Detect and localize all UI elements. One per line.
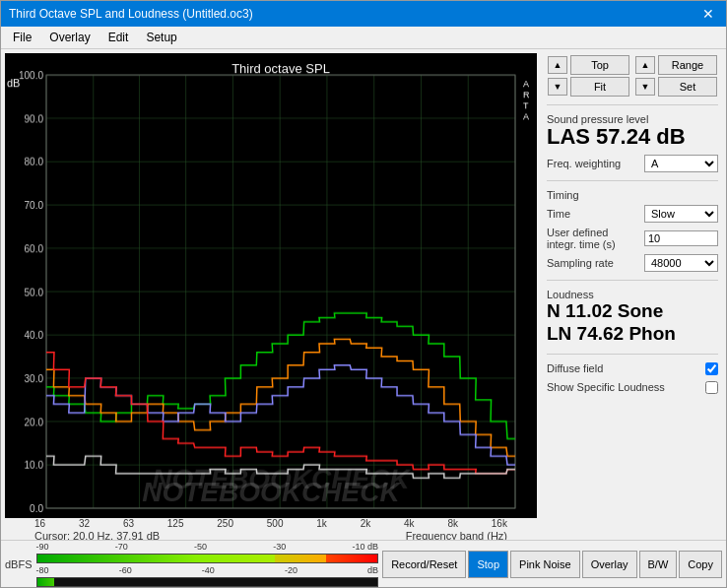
meter-green — [37, 555, 276, 562]
loudness-label: Loudness — [547, 289, 718, 300]
top-up-btn[interactable]: ▲ — [548, 56, 567, 74]
integr-label: User defined integr. time (s) — [547, 227, 640, 250]
loudness-section: Loudness N 11.02 Sone LN 74.62 Phon — [547, 289, 718, 346]
cursor-value: Cursor: 20.0 Hz, 37.91 dB — [34, 530, 160, 540]
freq-band-label: Frequency band (Hz) — [406, 530, 507, 540]
integr-input[interactable]: 10 — [644, 230, 718, 246]
right-panel: ▲ Top ▼ Fit ▲ Range ▼ Set — [539, 49, 726, 540]
btick-60: -60 — [119, 565, 132, 575]
set-row: ▼ Set — [635, 77, 717, 97]
timing-label: Timing — [547, 189, 718, 201]
range-up-btn[interactable]: ▲ — [635, 56, 655, 74]
time-label: Time — [547, 208, 640, 220]
time-row: Time Slow Fast Impulse — [547, 205, 718, 223]
divider-2 — [547, 180, 718, 181]
meter-bottom-bar — [36, 577, 379, 587]
x-tick-250: 250 — [217, 518, 233, 529]
level-meter: -90 -70 -50 -30 -10 dB -80 — [36, 542, 379, 587]
range-btn[interactable]: Range — [658, 55, 717, 75]
x-tick-500: 500 — [267, 518, 284, 529]
top-btn[interactable]: Top — [570, 55, 629, 75]
meter-yellow — [275, 555, 326, 562]
top-range-controls: ▲ Top ▼ Fit ▲ Range ▼ Set — [547, 55, 718, 97]
x-axis-labels: 16 32 63 125 250 500 1k 2k 4k 8k 16k — [5, 518, 537, 529]
timing-section: Timing Time Slow Fast Impulse User defin… — [547, 189, 718, 272]
stop-btn[interactable]: Stop — [468, 551, 508, 578]
range-ctrl-group: ▲ Range ▼ Set — [634, 55, 718, 97]
menu-file[interactable]: File — [5, 29, 39, 46]
copy-btn[interactable]: Copy — [679, 551, 722, 578]
bottom-bar: dBFS -90 -70 -50 -30 -10 dB — [1, 540, 726, 587]
integr-row: User defined integr. time (s) 10 — [547, 227, 718, 250]
meter-red — [326, 555, 377, 562]
fit-btn[interactable]: Fit — [570, 77, 629, 97]
btick-40: -40 — [202, 565, 215, 575]
menu-overlay[interactable]: Overlay — [41, 29, 98, 46]
show-specific-label: Show Specific Loudness — [547, 381, 665, 393]
set-btn[interactable]: Set — [658, 77, 717, 97]
spl-value: LAS 57.24 dB — [547, 125, 718, 149]
x-tick-1k: 1k — [316, 518, 327, 529]
tick-10db: -10 dB — [353, 542, 379, 552]
range-down-btn[interactable]: ▼ — [635, 78, 655, 96]
meter-top-ticks: -90 -70 -50 -30 -10 dB — [36, 542, 379, 552]
meter-r-green — [37, 578, 54, 586]
close-button[interactable]: ✕ — [698, 6, 718, 22]
divider-4 — [547, 354, 718, 355]
btick-db: dB — [367, 565, 378, 575]
diffuse-field-row: Diffuse field — [547, 362, 718, 375]
top-ctrl-group: ▲ Top ▼ Fit — [547, 55, 630, 97]
meter-bottom-row: -80 -60 -40 -20 dB — [36, 565, 379, 587]
cursor-info: Cursor: 20.0 Hz, 37.91 dB Frequency band… — [5, 529, 537, 540]
window-title: Third Octave SPL and Loudness (Untitled.… — [9, 7, 253, 21]
chart-wrapper: NOTEBOOKCHECK — [5, 53, 537, 518]
sampling-select[interactable]: 48000 44100 96000 — [644, 254, 718, 272]
title-bar: Third Octave SPL and Loudness (Untitled.… — [1, 1, 726, 27]
top-row: ▲ Top — [548, 55, 629, 75]
btick-20: -20 — [285, 565, 297, 575]
dbfs-label: dBFS — [5, 558, 33, 570]
top-down-btn[interactable]: ▼ — [548, 78, 567, 96]
meter-top-bar — [36, 554, 379, 563]
x-tick-4k: 4k — [404, 518, 415, 529]
tick-50: -50 — [194, 542, 207, 552]
main-window: Third Octave SPL and Loudness (Untitled.… — [0, 0, 727, 588]
bw-btn[interactable]: B/W — [639, 551, 678, 578]
bottom-buttons: Record/Reset Stop Pink Noise Overlay B/W… — [382, 551, 722, 578]
record-reset-btn[interactable]: Record/Reset — [382, 551, 466, 578]
spl-section: Sound pressure level LAS 57.24 dB — [547, 113, 718, 149]
meter-top-row: -90 -70 -50 -30 -10 dB — [36, 542, 379, 563]
freq-weighting-label: Freq. weighting — [547, 158, 640, 169]
main-content: NOTEBOOKCHECK 16 32 63 125 250 500 1k 2k… — [1, 49, 726, 540]
x-tick-2k: 2k — [361, 518, 371, 529]
chart-canvas — [5, 53, 537, 518]
time-select[interactable]: Slow Fast Impulse — [644, 205, 718, 223]
ln-value: LN 74.62 Phon — [547, 323, 718, 346]
x-tick-32: 32 — [79, 518, 90, 529]
x-tick-8k: 8k — [447, 518, 458, 529]
sampling-label: Sampling rate — [547, 257, 640, 269]
show-specific-checkbox[interactable] — [705, 381, 718, 394]
freq-weighting-select[interactable]: A B C Z — [644, 155, 718, 172]
menu-edit[interactable]: Edit — [100, 29, 137, 46]
tick-30: -30 — [273, 542, 286, 552]
x-tick-16k: 16k — [492, 518, 507, 529]
x-tick-16: 16 — [34, 518, 45, 529]
diffuse-field-checkbox[interactable] — [705, 362, 718, 375]
menu-setup[interactable]: Setup — [138, 29, 184, 46]
overlay-btn[interactable]: Overlay — [582, 551, 637, 578]
range-row: ▲ Range — [635, 55, 717, 75]
meter-r-dark — [54, 578, 377, 586]
divider-3 — [547, 280, 718, 281]
pink-noise-btn[interactable]: Pink Noise — [510, 551, 580, 578]
btick-80: -80 — [36, 565, 49, 575]
x-tick-125: 125 — [167, 518, 184, 529]
freq-weighting-row: Freq. weighting A B C Z — [547, 155, 718, 172]
fit-row: ▼ Fit — [548, 77, 629, 97]
sampling-row: Sampling rate 48000 44100 96000 — [547, 254, 718, 272]
tick-70: -70 — [115, 542, 128, 552]
diffuse-field-label: Diffuse field — [547, 362, 603, 374]
meter-bottom-ticks: -80 -60 -40 -20 dB — [36, 565, 379, 575]
show-specific-row: Show Specific Loudness — [547, 381, 718, 394]
x-tick-63: 63 — [123, 518, 134, 529]
